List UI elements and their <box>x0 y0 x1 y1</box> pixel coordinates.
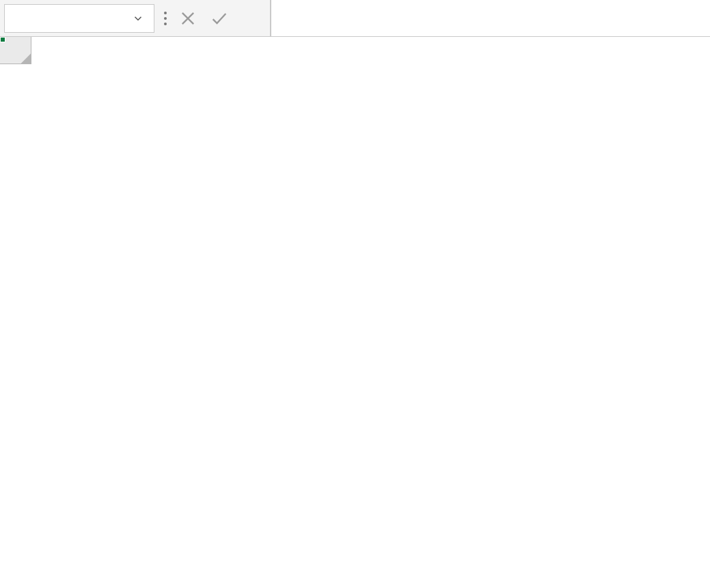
formula-bar-divider <box>159 0 172 36</box>
spreadsheet-grid <box>0 37 710 588</box>
fill-handle[interactable] <box>0 37 5 42</box>
formula-bar <box>0 0 710 37</box>
name-box[interactable] <box>4 4 154 33</box>
cancel-button[interactable] <box>172 0 204 37</box>
enter-button[interactable] <box>204 0 235 37</box>
svg-marker-2 <box>21 54 31 64</box>
fx-label[interactable] <box>235 0 271 37</box>
name-box-dropdown-icon[interactable] <box>129 10 147 27</box>
formula-input[interactable] <box>271 0 710 36</box>
